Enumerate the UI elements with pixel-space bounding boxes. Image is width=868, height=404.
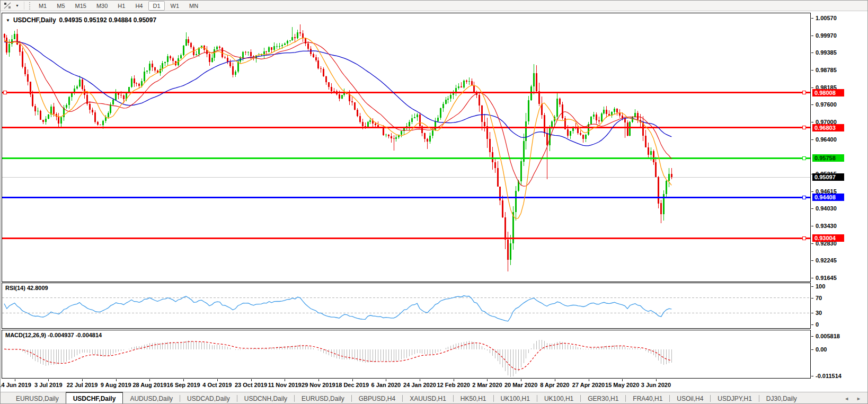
axis-tick-mark	[811, 278, 813, 278]
price-tick-label: 0.93430	[816, 223, 837, 230]
date-tick-mark	[251, 379, 252, 381]
axis-tick-mark	[811, 260, 813, 261]
chart-tab-usdjpy-h1[interactable]: USDJPY,H1	[711, 392, 758, 404]
axis-tick-mark	[811, 349, 813, 350]
axis-tick-mark	[811, 18, 813, 19]
chart-tab-fra40-h1[interactable]: FRA40,H1	[626, 392, 669, 404]
price-tick-label: 0.97600	[816, 101, 837, 108]
axis-tick-mark	[811, 226, 813, 226]
date-tick-mark	[82, 379, 83, 381]
price-axis: 1.005700.999700.993850.987850.981850.976…	[811, 11, 868, 379]
date-tick-mark	[149, 379, 150, 381]
axis-tick-mark	[811, 70, 813, 71]
axis-tick-mark	[811, 313, 813, 313]
tab-scroll-arrows: ◄►	[844, 392, 868, 404]
timeframe-button-m1[interactable]: M1	[34, 1, 51, 11]
timeframe-button-m30[interactable]: M30	[92, 1, 112, 11]
chart-tab-ger30-h1[interactable]: GER30,H1	[581, 392, 625, 404]
timeframe-button-h4[interactable]: H4	[131, 1, 147, 11]
date-tick-mark	[454, 379, 454, 381]
tab-scroll-right-arrow[interactable]: ►	[856, 396, 861, 401]
hline-price-label: 0.94408	[812, 194, 844, 201]
chart-tab-xauusd-h1[interactable]: XAUUSD,H1	[403, 392, 453, 404]
toolbar-grip-handle[interactable]	[29, 2, 31, 10]
macd-tick-label: 0.005818	[816, 333, 840, 340]
chart-symbol-period: USDCHF,Daily	[13, 16, 56, 24]
macd-canvas[interactable]	[2, 330, 810, 380]
chart-tab-eurusd-daily[interactable]: EURUSD,Daily	[9, 392, 66, 404]
trading-terminal-window: ▼ M1M5M15M30H1H4D1W1MN ▼ USDCHF,Daily 0.…	[0, 0, 868, 404]
timeframe-button-w1[interactable]: W1	[166, 1, 184, 11]
chart-tab-hk50-h1[interactable]: HK50,H1	[454, 392, 493, 404]
axis-tick-mark	[811, 36, 813, 36]
date-tick-mark	[285, 379, 285, 381]
chart-tab-eurusd-daily[interactable]: EURUSD,Daily	[295, 392, 351, 404]
date-axis: 14 Jun 20193 Jul 201922 Jul 20199 Aug 20…	[1, 379, 868, 392]
date-label: 3 Jun 2020	[635, 382, 677, 388]
chart-tab-uk100-h1[interactable]: UK100,H1	[494, 392, 537, 404]
rsi-label: RSI(14) 42.8009	[5, 285, 48, 291]
timeframe-toolbar: ▼ M1M5M15M30H1H4D1W1MN	[1, 1, 868, 11]
chart-title: ▼ USDCHF,Daily 0.94935 0.95192 0.94884 0…	[6, 16, 156, 24]
chart-workspace: ▼ USDCHF,Daily 0.94935 0.95192 0.94884 0…	[1, 11, 868, 392]
chart-tab-bar: EURUSD,DailyUSDCHF,DailyAUDUSD,DailyUSDC…	[1, 392, 868, 404]
price-tick-label: 1.00570	[816, 15, 837, 22]
chart-tool-dropdown-caret[interactable]: ▼	[13, 4, 21, 7]
date-tick-mark	[318, 379, 319, 381]
price-tick-label: 0.99385	[816, 49, 837, 56]
hline-price-label: 0.96803	[812, 124, 844, 131]
axis-tick-mark	[811, 87, 813, 88]
main-chart-canvas[interactable]	[2, 13, 810, 284]
rsi-tick-label: 100	[816, 283, 825, 290]
price-tick-label: 0.96400	[816, 136, 837, 143]
date-tick-mark	[656, 379, 657, 381]
date-tick-mark	[352, 379, 353, 381]
chart-cursor-icon[interactable]	[3, 2, 12, 10]
hline-price-label: 0.93004	[812, 234, 844, 242]
chart-tab-gbpusd-h4[interactable]: GBPUSD,H4	[352, 392, 402, 404]
axis-tick-mark	[811, 139, 813, 140]
hline-price-label: 0.95758	[812, 154, 844, 162]
axis-tick-mark	[811, 208, 813, 209]
timeframe-button-mn[interactable]: MN	[185, 1, 202, 11]
date-tick-mark	[555, 379, 555, 381]
date-tick-mark	[217, 379, 218, 381]
chart-tab-usdchf-daily[interactable]: USDCHF,Daily	[66, 392, 123, 404]
price-tick-label: 0.98785	[816, 67, 837, 74]
axis-tick-mark	[811, 122, 813, 122]
timeframe-buttons: M1M5M15M30H1H4D1W1MN	[34, 1, 202, 11]
axis-tick-mark	[811, 286, 813, 287]
chart-tab-uk100-h1[interactable]: UK100,H1	[537, 392, 580, 404]
toolbar-separator	[24, 2, 24, 10]
date-tick-mark	[183, 379, 184, 381]
date-tick-mark	[386, 379, 386, 381]
macd-tick-label: 0.00	[816, 346, 827, 353]
macd-indicator-panel[interactable]: MACD(12,26,9) -0.004937 -0.004814	[2, 330, 811, 379]
date-tick-mark	[622, 379, 623, 381]
tab-scroll-left-arrow[interactable]: ◄	[844, 396, 849, 401]
rsi-tick-label: 0	[816, 321, 819, 328]
chart-tab-usdcnh-daily[interactable]: USDCNH,Daily	[237, 392, 294, 404]
rsi-indicator-panel[interactable]: RSI(14) 42.8009	[2, 283, 811, 329]
axis-tick-mark	[811, 243, 813, 244]
timeframe-button-h1[interactable]: H1	[113, 1, 129, 11]
price-tick-label: 0.92245	[816, 257, 837, 264]
timeframe-button-m15[interactable]: M15	[71, 1, 91, 11]
chart-ohlc-values: 0.94935 0.95192 0.94884 0.95097	[59, 16, 157, 24]
timeframe-button-m5[interactable]: M5	[52, 1, 69, 11]
chart-tab-usdcad-daily[interactable]: USDCAD,Daily	[180, 392, 237, 404]
axis-tick-mark	[811, 191, 813, 192]
main-chart-panel[interactable]: ▼ USDCHF,Daily 0.94935 0.95192 0.94884 0…	[2, 13, 811, 282]
axis-tick-mark	[811, 298, 813, 298]
date-tick-mark	[521, 379, 521, 381]
hline-price-label: 0.98008	[812, 89, 844, 96]
chart-tab-usoil-h4[interactable]: USOil,H4	[670, 392, 710, 404]
chart-tab-audusd-daily[interactable]: AUDUSD,Daily	[123, 392, 180, 404]
timeframe-button-d1[interactable]: D1	[148, 1, 164, 11]
axis-tick-mark	[811, 376, 813, 376]
rsi-canvas[interactable]	[2, 283, 810, 330]
date-tick-mark	[15, 379, 15, 381]
chart-tab-dj30-daily[interactable]: DJ30,Daily	[759, 392, 804, 404]
symbol-dropdown-caret[interactable]: ▼	[6, 18, 10, 23]
price-tick-label: 0.94030	[816, 205, 837, 212]
